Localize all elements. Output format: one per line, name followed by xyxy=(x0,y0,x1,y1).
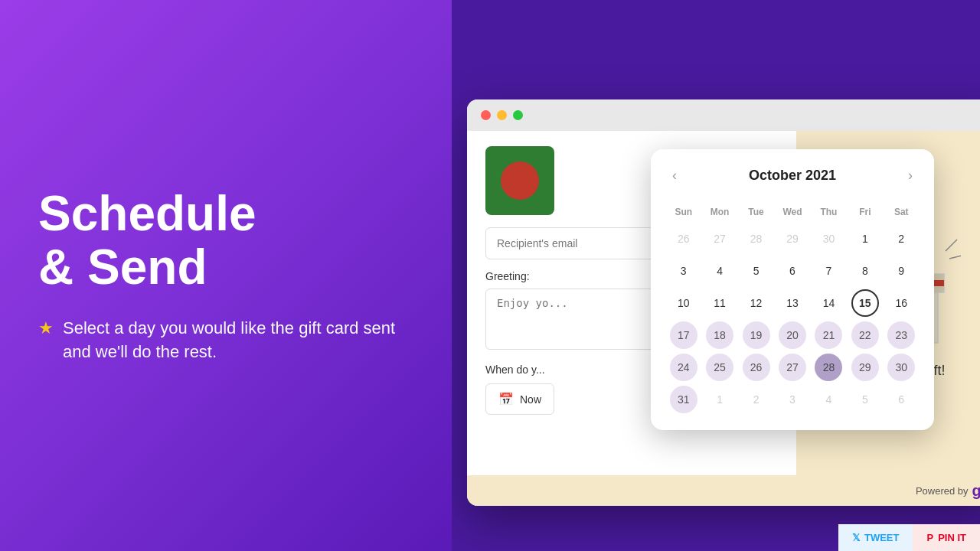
calendar-title: October 2021 xyxy=(749,168,836,184)
calendar-header: ‹ October 2021 › xyxy=(666,165,919,187)
calendar-icon: 📅 xyxy=(498,392,514,406)
calendar-day[interactable]: 26 xyxy=(743,354,770,381)
calendar-day[interactable]: 17 xyxy=(670,321,697,349)
twitter-icon: 𝕏 xyxy=(852,532,860,543)
calendar-grid: SunMonTueWedThuFriSat2627282930123456789… xyxy=(666,202,919,415)
calendar-day[interactable]: 13 xyxy=(779,289,806,317)
main-title: Schedule & Send xyxy=(38,187,413,295)
calendar-next-button[interactable]: › xyxy=(902,165,919,187)
calendar-day-header: Mon xyxy=(702,202,737,222)
right-panel: Greeting: When do y... 📅 Now xyxy=(452,0,980,551)
calendar-prev-button[interactable]: ‹ xyxy=(666,165,683,187)
calendar-day[interactable]: 30 xyxy=(887,354,915,381)
calendar-day-header: Thu xyxy=(812,202,846,222)
calendar-day[interactable]: 11 xyxy=(706,289,733,317)
traffic-light-red[interactable] xyxy=(481,110,491,120)
calendar-day-header: Sun xyxy=(666,202,701,222)
calendar-day[interactable]: 26 xyxy=(670,225,697,253)
calendar-day[interactable]: 2 xyxy=(887,225,915,253)
calendar-day[interactable]: 1 xyxy=(706,386,733,413)
svg-line-7 xyxy=(946,240,957,251)
calendar-day[interactable]: 4 xyxy=(706,257,733,285)
tweet-button[interactable]: 𝕏 TWEET xyxy=(838,524,913,551)
calendar-day[interactable]: 29 xyxy=(779,225,806,253)
traffic-light-green[interactable] xyxy=(513,110,523,120)
calendar-day[interactable]: 1 xyxy=(851,225,879,253)
calendar-day[interactable]: 21 xyxy=(815,321,842,349)
calendar-day[interactable]: 24 xyxy=(670,354,697,381)
calendar-day[interactable]: 5 xyxy=(851,386,879,413)
social-buttons: 𝕏 TWEET P PIN IT xyxy=(838,524,980,551)
sub-text: ★ Select a day you would like the gift c… xyxy=(38,316,413,365)
calendar-day[interactable]: 7 xyxy=(815,257,842,285)
calendar-day[interactable]: 25 xyxy=(706,354,733,381)
calendar-day[interactable]: 3 xyxy=(670,257,697,285)
left-panel: Schedule & Send ★ Select a day you would… xyxy=(0,0,452,551)
traffic-light-yellow[interactable] xyxy=(497,110,507,120)
calendar-day-header: Wed xyxy=(775,202,809,222)
browser-footer: Powered by go xyxy=(467,475,980,506)
calendar-day[interactable]: 28 xyxy=(815,354,842,381)
gift-thumbnail-inner xyxy=(501,161,539,200)
calendar-day[interactable]: 6 xyxy=(887,386,915,413)
pinterest-icon: P xyxy=(926,532,933,543)
calendar-day[interactable]: 15 xyxy=(851,289,879,317)
pin-label: PIN IT xyxy=(938,532,966,543)
calendar-day[interactable]: 10 xyxy=(670,289,697,317)
gift-thumbnail xyxy=(485,146,554,215)
calendar-day-header: Fri xyxy=(848,202,882,222)
now-button[interactable]: 📅 Now xyxy=(485,383,554,415)
calendar-day[interactable]: 14 xyxy=(815,289,842,317)
browser-titlebar xyxy=(467,99,980,131)
calendar-day[interactable]: 27 xyxy=(779,354,806,381)
calendar-day[interactable]: 28 xyxy=(743,225,770,253)
calendar-day[interactable]: 2 xyxy=(743,386,770,413)
calendar-day[interactable]: 20 xyxy=(779,321,806,349)
calendar-day[interactable]: 29 xyxy=(851,354,879,381)
calendar-day[interactable]: 27 xyxy=(706,225,733,253)
title-line2: & Send xyxy=(38,240,207,295)
sub-description: Select a day you would like the gift car… xyxy=(63,316,413,365)
calendar-day[interactable]: 6 xyxy=(779,257,806,285)
svg-line-8 xyxy=(949,255,961,259)
title-line1: Schedule xyxy=(38,186,256,241)
calendar-day[interactable]: 12 xyxy=(743,289,770,317)
now-button-label: Now xyxy=(520,393,541,406)
calendar-day[interactable]: 16 xyxy=(887,289,915,317)
calendar-day[interactable]: 5 xyxy=(743,257,770,285)
powered-by-text: Powered by xyxy=(916,485,969,497)
calendar-day-header: Sat xyxy=(884,202,919,222)
calendar-day[interactable]: 4 xyxy=(815,386,842,413)
pin-button[interactable]: P PIN IT xyxy=(913,524,980,551)
calendar-day[interactable]: 22 xyxy=(851,321,879,349)
calendar-day[interactable]: 9 xyxy=(887,257,915,285)
calendar-day[interactable]: 3 xyxy=(779,386,806,413)
calendar-day[interactable]: 23 xyxy=(887,321,915,349)
tweet-label: TWEET xyxy=(864,532,900,543)
star-icon: ★ xyxy=(38,318,54,338)
calendar-day[interactable]: 19 xyxy=(743,321,770,349)
calendar-day[interactable]: 8 xyxy=(851,257,879,285)
calendar-day-header: Tue xyxy=(739,202,773,222)
calendar-day[interactable]: 31 xyxy=(670,386,697,413)
calendar-day[interactable]: 18 xyxy=(706,321,733,349)
calendar-day[interactable]: 30 xyxy=(815,225,842,253)
powered-logo: go xyxy=(972,482,980,500)
calendar-overlay: ‹ October 2021 › SunMonTueWedThuFriSat26… xyxy=(651,149,934,430)
